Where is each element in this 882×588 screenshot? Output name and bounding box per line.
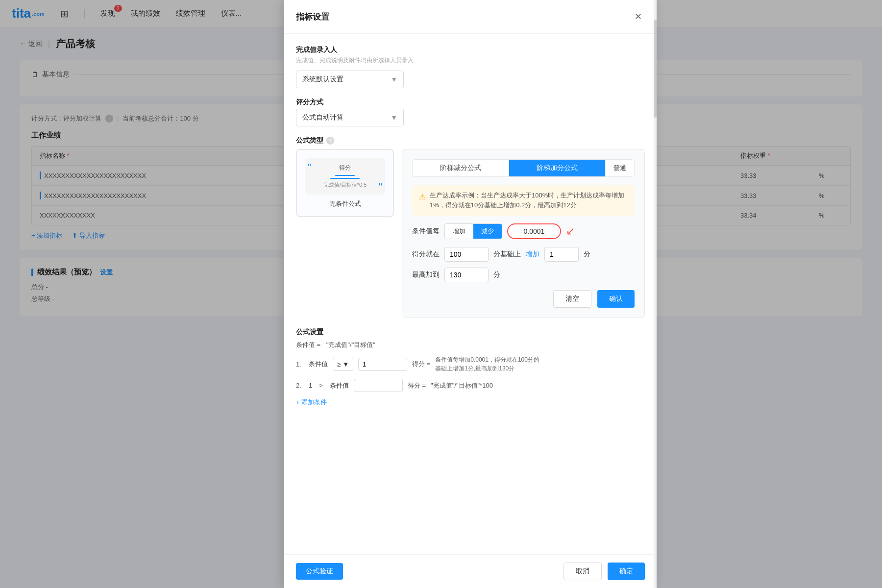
cond-left-1: 1 <box>309 382 312 389</box>
add-condition-btn[interactable]: + 添加条件 <box>296 398 645 407</box>
clear-button[interactable]: 清空 <box>553 290 591 308</box>
completion-label: 完成值录入人 <box>296 46 645 54</box>
quote-right-icon: " <box>379 181 382 193</box>
score-action-label: 增加 <box>526 250 539 259</box>
condition-value-row: 条件值 = "完成值"/"目标值" <box>296 341 645 349</box>
select-arrow-icon2: ▼ <box>391 114 397 122</box>
panel-actions: 清空 确认 <box>412 290 635 308</box>
formula-help-icon[interactable]: ? <box>326 137 334 145</box>
cancel-button[interactable]: 取消 <box>564 563 602 580</box>
completion-input-section: 完成值录入人 完成值、完成说明及附件均由所选择人员录入 系统默认设置 ▼ <box>296 46 645 88</box>
condition-label: 条件值每 <box>412 227 440 236</box>
formula-setup-title: 公式设置 <box>296 328 645 337</box>
cond-num-1: 1. <box>296 361 304 368</box>
cond-desc-1: 条件值每增加0.0001，得分就在100分的基础上增加1分,最高加到130分 <box>435 355 543 373</box>
tab-badge: 普通 <box>605 160 634 176</box>
modal-panel: 指标设置 ✕ 完成值录入人 完成值、完成说明及附件均由所选择人员录入 系统默认设… <box>284 0 657 588</box>
step-tabs: 阶梯减分公式 阶梯加分公式 普通 <box>412 159 635 177</box>
formula-setup-section: 公式设置 条件值 = "完成值"/"目标值" 1. 条件值 ≥ ▼ 得分 = 条… <box>296 328 645 407</box>
scoring-method-section: 评分方式 公式自动计算 ▼ <box>296 98 645 126</box>
formula-line2 <box>330 178 360 179</box>
cond-eq-1: 得分 = <box>412 360 430 368</box>
cond-left-label-1: 条件值 <box>309 360 328 368</box>
cond-num-2: 2. <box>296 382 304 389</box>
scoring-select[interactable]: 公式自动计算 ▼ <box>296 109 404 126</box>
cond-input-1[interactable] <box>358 358 407 371</box>
step-formula-panel: 阶梯减分公式 阶梯加分公式 普通 ⚠ 生产达成率示例：当生产达成率大于100%时… <box>402 149 645 318</box>
tab-step-minus[interactable]: 阶梯减分公式 <box>413 160 509 176</box>
notice-icon: ⚠ <box>419 191 426 210</box>
score-max-input[interactable] <box>444 268 489 282</box>
modal-header: 指标设置 ✕ <box>284 0 657 34</box>
tab-step-plus[interactable]: 阶梯加分公式 <box>509 160 606 176</box>
modal-footer: 公式验证 取消 确定 <box>284 554 657 588</box>
completion-desc: 完成值、完成说明及附件均由所选择人员录入 <box>296 56 645 65</box>
formula-bottom-text: 完成值/目标值*0.5 <box>323 181 367 189</box>
footer-right: 取消 确定 <box>564 563 645 580</box>
notice-box: ⚠ 生产达成率示例：当生产达成率大于100%时，生产计划达成率每增加1%，得分就… <box>412 185 635 216</box>
cond-eq-2: 得分 = <box>408 381 426 390</box>
toggle-group: 增加 减少 <box>444 223 502 239</box>
cond-result-2: "完成值"/"目标值"*100 <box>431 381 493 390</box>
formula-card-no-condition[interactable]: " 得分 完成值/目标值*0.5 " 无条件公式 <box>296 149 394 217</box>
modal-title: 指标设置 <box>296 11 329 23</box>
scrollbar-thumb <box>654 20 657 118</box>
formula-top-label: 得分 <box>339 164 351 172</box>
condition-item-2: 2. 1 > 条件值 得分 = "完成值"/"目标值"*100 <box>296 379 645 392</box>
modal-close-button[interactable]: ✕ <box>631 10 645 24</box>
formula-card-label: 无条件公式 <box>305 199 385 208</box>
score-base-input[interactable] <box>444 247 489 262</box>
select-arrow-icon: ▼ <box>391 75 397 83</box>
completion-select[interactable]: 系统默认设置 ▼ <box>296 71 404 88</box>
scrollbar[interactable] <box>654 0 657 588</box>
condition-item-1: 1. 条件值 ≥ ▼ 得分 = 条件值每增加0.0001，得分就在100分的基础… <box>296 355 645 373</box>
modal-body[interactable]: 完成值录入人 完成值、完成说明及附件均由所选择人员录入 系统默认设置 ▼ 评分方… <box>284 34 657 554</box>
cond-operator-select-1[interactable]: ≥ ▼ <box>333 358 353 371</box>
formula-line <box>335 175 355 176</box>
toggle-minus-btn[interactable]: 减少 <box>473 224 502 239</box>
scoring-label: 评分方式 <box>296 98 645 107</box>
score-row-1: 得分就在 分基础上 增加 分 <box>412 247 635 262</box>
quote-left-icon: " <box>308 162 311 173</box>
formula-verify-button[interactable]: 公式验证 <box>296 563 343 580</box>
formula-type-label: 公式类型 ? <box>296 136 645 145</box>
formula-lines: 得分 完成值/目标值*0.5 <box>323 164 367 189</box>
score-row-2: 最高加到 分 <box>412 268 635 282</box>
red-arrow-icon: ↙ <box>566 225 575 238</box>
score-increment-input[interactable] <box>544 247 579 262</box>
formula-container: " 得分 完成值/目标值*0.5 " 无条件公式 <box>296 149 645 318</box>
condition-row: 条件值每 增加 减少 ↙ <box>412 223 635 239</box>
condition-input-wrap: ↙ <box>507 223 561 239</box>
cond-input-2[interactable] <box>354 379 403 392</box>
formula-type-section: 公式类型 ? " 得分 完成值/目标值*0.5 " <box>296 136 645 318</box>
cond-gt-sign: > <box>319 382 323 389</box>
toggle-add-btn[interactable]: 增加 <box>445 224 473 239</box>
cond-right-label: 条件值 <box>330 381 349 390</box>
ok-button[interactable]: 确定 <box>608 563 645 580</box>
condition-value-input[interactable] <box>507 223 561 239</box>
formula-card-inner: " 得分 完成值/目标值*0.5 " <box>305 158 385 195</box>
confirm-button[interactable]: 确认 <box>597 290 635 308</box>
